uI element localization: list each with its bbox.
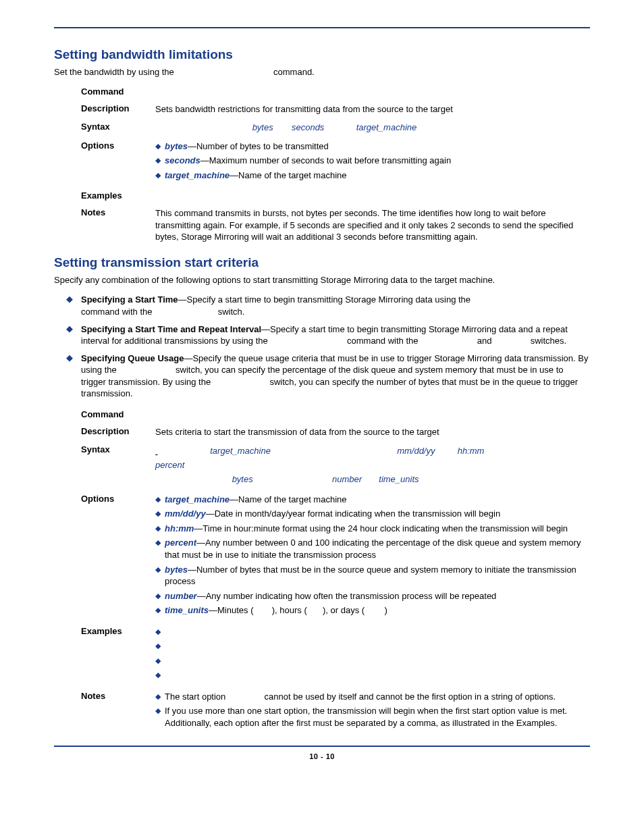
bullet-title: Specifying a Start Time [81, 294, 178, 305]
diamond-icon: ◆ [155, 669, 165, 681]
opt-name: bytes [165, 565, 188, 575]
bullet-repeat-interval: ◆ Specifying a Start Time and Repeat Int… [66, 323, 590, 347]
note-text: The start option [165, 692, 228, 702]
intro-post: command. [273, 67, 315, 77]
bullet-title: Specifying a Start Time and Repeat Inter… [81, 324, 261, 334]
diamond-icon: ◆ [66, 353, 81, 364]
diamond-icon: ◆ [155, 537, 165, 548]
diamond-icon: ◆ [66, 323, 81, 335]
option-item: ◆ bytes—Number of bytes to be transmitte… [155, 140, 590, 153]
bullet-title: Specifying Queue Usage [81, 353, 184, 363]
opt-name: time_units [165, 605, 209, 615]
opt-name: number [165, 591, 197, 601]
opt-text: —Number of bytes that must be in the sou… [165, 565, 576, 587]
diamond-icon: ◆ [155, 691, 165, 702]
command-block-limit: Command Description Sets bandwidth restr… [81, 86, 590, 243]
example-item: ◆ [155, 669, 590, 681]
diamond-icon: ◆ [155, 494, 165, 505]
diamond-icon: ◆ [155, 564, 165, 575]
note-item: ◆ The start option cannot be used by its… [155, 691, 590, 703]
intro-bandwidth: Set the bandwidth by using the command. [54, 66, 590, 78]
option-item: ◆mm/dd/yy—Date in month/day/year format … [155, 508, 590, 520]
opt-name: target_machine [165, 170, 230, 180]
option-item: ◆number—Any number indicating how often … [155, 590, 590, 602]
heading-bandwidth: Setting bandwidth limitations [54, 47, 590, 62]
opt-name: hh:mm [165, 523, 194, 533]
page-number: 10 - 10 [54, 752, 590, 760]
param-seconds: seconds [292, 122, 324, 132]
diamond-icon: ◆ [155, 604, 165, 616]
note-item: ◆If you use more than one start option, … [155, 705, 590, 729]
label-options: Options [81, 494, 155, 504]
opt-text: —Maximum number of seconds to wait befor… [200, 155, 451, 165]
opt-text: ), or days ( [323, 605, 365, 615]
text-syntax: bytes seconds target_machine [155, 122, 590, 134]
label-notes: Notes [81, 691, 155, 701]
opt-name: mm/dd/yy [165, 509, 206, 519]
label-examples: Examples [81, 626, 155, 636]
text-description: Sets bandwidth restrictions for transmit… [155, 103, 590, 115]
diamond-icon: ◆ [155, 705, 165, 716]
bullet-text: switches. [531, 336, 566, 346]
text-syntax: target_machine mm/dd/yy hh:mm percent by… [155, 444, 590, 486]
diamond-icon: ◆ [155, 640, 165, 652]
opt-text: —Name of the target machine [230, 170, 346, 180]
param-target: target_machine [356, 122, 417, 132]
diamond-icon: ◆ [155, 508, 165, 519]
opt-text: —Any number between 0 and 100 indicating… [165, 538, 581, 560]
param-timeunits: time_units [379, 474, 419, 484]
opt-text: —Minutes ( [209, 605, 253, 615]
diamond-icon: ◆ [155, 523, 165, 534]
opt-text: ), hours ( [272, 605, 307, 615]
bullet-text: command with the [81, 307, 155, 317]
opt-text: —Date in month/day/year format indicatin… [206, 509, 500, 519]
label-notes: Notes [81, 207, 155, 217]
note-text: If you use more than one start option, t… [165, 705, 590, 729]
diamond-icon: ◆ [155, 590, 165, 602]
bullet-text: and [477, 336, 494, 346]
example-item: ◆ [155, 640, 590, 652]
diamond-icon: ◆ [155, 155, 165, 166]
opt-name: seconds [165, 155, 200, 165]
diamond-icon: ◆ [155, 626, 165, 637]
command-block-start: Command Description Sets criteria to sta… [81, 409, 590, 732]
param-target: target_machine [210, 446, 271, 456]
label-syntax: Syntax [81, 444, 155, 454]
param-number: number [332, 474, 362, 484]
label-syntax: Syntax [81, 122, 155, 132]
opt-name: bytes [165, 141, 188, 151]
bullet-text: command with the [347, 336, 421, 346]
label-examples: Examples [81, 190, 155, 201]
text-description: Sets criteria to start the transmission … [155, 426, 590, 438]
opt-text: ) [384, 605, 387, 615]
opt-text: —Number of bytes to be transmitted [188, 141, 329, 151]
opt-text: —Name of the target machine [230, 494, 346, 504]
param-bytes: bytes [252, 122, 273, 132]
label-command: Command [81, 86, 155, 97]
example-item: ◆ [155, 655, 590, 667]
diamond-icon: ◆ [155, 140, 165, 152]
param-time: hh:mm [458, 446, 485, 456]
heading-transmission: Setting transmission start criteria [54, 255, 590, 270]
bullet-start-time: ◆ Specifying a Start Time—Specify a star… [66, 294, 590, 317]
opt-text: —Time in hour:minute format using the 24… [194, 523, 568, 533]
opt-name: target_machine [165, 494, 230, 504]
label-options: Options [81, 140, 155, 151]
text-notes: This command transmits in bursts, not by… [155, 207, 590, 243]
option-item: ◆ seconds—Maximum number of seconds to w… [155, 155, 590, 167]
label-description: Description [81, 426, 155, 436]
param-date: mm/dd/yy [397, 446, 435, 456]
option-item: ◆percent—Any number between 0 and 100 in… [155, 537, 590, 561]
param-percent: percent [155, 460, 184, 470]
param-bytes: bytes [232, 474, 253, 484]
example-item: ◆ [155, 626, 590, 638]
label-command: Command [81, 409, 155, 419]
option-item: ◆target_machine—Name of the target machi… [155, 494, 590, 506]
option-item: ◆ target_machine—Name of the target mach… [155, 170, 590, 182]
option-item: ◆bytes—Number of bytes that must be in t… [155, 564, 590, 588]
bullet-queue-usage: ◆ Specifying Queue Usage—Specify the que… [66, 353, 590, 400]
option-item: ◆hh:mm—Time in hour:minute format using … [155, 523, 590, 535]
opt-text: —Any number indicating how often the tra… [197, 591, 497, 601]
option-item: ◆ time_units—Minutes ( ), hours ( ), or … [155, 604, 590, 617]
label-description: Description [81, 103, 155, 113]
